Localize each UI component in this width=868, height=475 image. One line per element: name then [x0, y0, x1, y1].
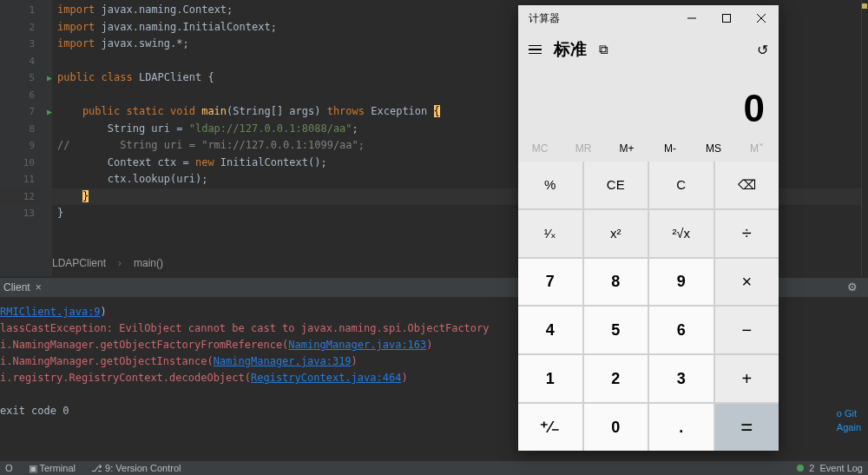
- calc-key-⌫[interactable]: ⌫: [715, 162, 779, 208]
- maximize-button[interactable]: [709, 5, 744, 31]
- calc-key-6[interactable]: 6: [649, 307, 713, 353]
- calc-key-9[interactable]: 9: [649, 259, 713, 306]
- breadcrumb-method[interactable]: main(): [118, 257, 163, 269]
- calculator-window: 计算器 标准 ⧉ ↺ 0 MC MR M+ M- MS M˅ %CEC⌫¹⁄ₓx…: [518, 5, 779, 451]
- run-gutter-icon[interactable]: ▶: [47, 107, 52, 116]
- gear-icon[interactable]: ⚙: [847, 280, 858, 294]
- mlist-button[interactable]: M˅: [735, 135, 779, 162]
- calc-key-.[interactable]: .: [649, 404, 713, 451]
- line-number: 10: [0, 155, 40, 172]
- status-dot-icon: [797, 465, 804, 472]
- mminus-button[interactable]: M-: [648, 135, 692, 162]
- calc-header: 标准 ⧉ ↺: [518, 31, 779, 68]
- calc-key-+[interactable]: +: [715, 355, 779, 402]
- calc-key-%[interactable]: %: [518, 162, 582, 208]
- calc-key-3[interactable]: 3: [649, 355, 713, 402]
- calc-titlebar[interactable]: 计算器: [518, 5, 779, 31]
- line-number: 6: [0, 87, 40, 104]
- calc-key-1[interactable]: 1: [518, 355, 582, 402]
- calc-key-2[interactable]: 2: [584, 355, 648, 402]
- svg-rect-1: [723, 15, 731, 23]
- calc-key-−[interactable]: −: [715, 307, 779, 353]
- memory-row: MC MR M+ M- MS M˅: [518, 135, 779, 162]
- calc-mode-label: 标准: [554, 38, 587, 61]
- calc-key-²√x[interactable]: ²√x: [649, 210, 713, 257]
- calc-key-=[interactable]: =: [715, 404, 779, 451]
- line-number: 9: [0, 137, 40, 155]
- terminal-tool[interactable]: ▣ Terminal: [29, 463, 76, 474]
- calc-title: 计算器: [518, 11, 674, 26]
- stacktrace-link[interactable]: NamingManager.java:319: [214, 355, 352, 367]
- calc-key-CE[interactable]: CE: [584, 162, 648, 208]
- calc-display: 0: [518, 68, 779, 135]
- editor-right-margin: [861, 0, 868, 276]
- calc-key-C[interactable]: C: [649, 162, 713, 208]
- calc-key-×[interactable]: ×: [715, 259, 779, 306]
- calc-key-8[interactable]: 8: [584, 259, 648, 306]
- minimize-button[interactable]: [674, 5, 709, 31]
- mplus-button[interactable]: M+: [605, 135, 648, 162]
- calc-key-7[interactable]: 7: [518, 259, 582, 306]
- ms-button[interactable]: MS: [692, 135, 735, 162]
- hamburger-icon[interactable]: [529, 45, 542, 55]
- notification-links: o Git Again: [837, 408, 861, 432]
- status-o[interactable]: O: [5, 463, 13, 473]
- line-number: 2: [0, 19, 40, 36]
- keep-on-top-icon[interactable]: ⧉: [599, 42, 608, 57]
- line-number: 11: [0, 171, 40, 188]
- line-number: 4: [0, 53, 40, 70]
- run-gutter-icon[interactable]: ▶: [47, 73, 52, 82]
- warning-stripe-icon[interactable]: [862, 3, 867, 9]
- breadcrumb-class[interactable]: LDAPClient: [52, 257, 106, 269]
- version-control-tool[interactable]: ⎇ 9: Version Control: [91, 463, 181, 474]
- calc-key-÷[interactable]: ÷: [715, 210, 779, 257]
- line-number: 8: [0, 121, 40, 138]
- calc-key-x²[interactable]: x²: [584, 210, 648, 257]
- stacktrace-link[interactable]: RMIClient.java:9: [0, 306, 101, 318]
- line-number: 12: [0, 188, 40, 206]
- line-number: 1: [0, 2, 40, 19]
- line-number: 3: [0, 36, 40, 53]
- status-bar: O ▣ Terminal ⎇ 9: Version Control 2 Even…: [0, 461, 868, 475]
- stacktrace-link[interactable]: RegistryContext.java:464: [251, 372, 401, 384]
- git-link[interactable]: o Git: [837, 408, 857, 419]
- stacktrace-link[interactable]: NamingManager.java:163: [288, 339, 426, 351]
- fold-column: [40, 0, 52, 276]
- history-icon[interactable]: ↺: [757, 42, 768, 58]
- calc-keypad: %CEC⌫¹⁄ₓx²²√x÷789×456−123+⁺⁄₋0.=: [518, 162, 779, 451]
- breadcrumb[interactable]: LDAPClient main(): [52, 257, 163, 269]
- mr-button[interactable]: MR: [562, 135, 605, 162]
- calc-key-5[interactable]: 5: [584, 307, 648, 353]
- calc-key-⁺⁄₋[interactable]: ⁺⁄₋: [518, 404, 582, 451]
- gutter: 1 2 3 4 5▶ 6 7▶ 8 9 10 11 12 13: [0, 0, 40, 276]
- event-log[interactable]: 2 Event Log: [797, 463, 863, 473]
- calc-key-¹⁄ₓ[interactable]: ¹⁄ₓ: [518, 210, 582, 257]
- mc-button[interactable]: MC: [518, 135, 562, 162]
- calc-key-4[interactable]: 4: [518, 307, 582, 353]
- calc-key-0[interactable]: 0: [584, 404, 648, 451]
- line-number: 7▶: [0, 103, 40, 121]
- line-number: 13: [0, 205, 40, 222]
- line-number: 5▶: [0, 69, 40, 87]
- close-button[interactable]: [744, 5, 779, 31]
- again-link[interactable]: Again: [837, 422, 861, 432]
- close-icon[interactable]: ×: [36, 281, 42, 294]
